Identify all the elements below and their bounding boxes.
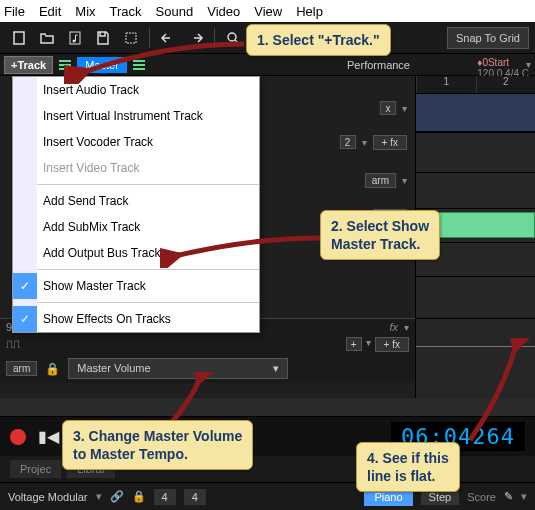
new-icon[interactable] [6,25,32,51]
track-menu-icon[interactable] [59,60,71,70]
menu-insert-vi[interactable]: Insert Virtual Instrument Track [13,103,259,129]
lock-icon[interactable]: 🔒 [45,362,60,376]
menu-add-output-bus[interactable]: Add Output Bus Track [13,240,259,266]
pencil-icon[interactable]: ✎ [504,490,513,503]
master-arm-button[interactable]: arm [6,361,37,376]
add-track-menu: Insert Audio Track Insert Virtual Instru… [12,76,260,333]
menu-insert-video: Insert Video Track [13,155,259,181]
audio-clip[interactable] [436,212,535,238]
module-name: Voltage Modular [8,491,88,503]
redo-icon[interactable] [183,25,209,51]
menu-help[interactable]: Help [296,4,323,19]
master-fx-label[interactable]: fx [389,321,398,333]
menu-add-submix[interactable]: Add SubMix Track [13,214,259,240]
check-icon: ✓ [13,306,37,332]
lock-icon[interactable]: 🔒 [132,490,146,503]
timeline-ruler[interactable]: 1 2 [416,76,535,94]
score-view-button[interactable]: Score [467,491,496,503]
svg-rect-0 [14,32,24,44]
add-track-button[interactable]: +Track [4,56,53,74]
small-num-button[interactable]: 2 [340,135,356,149]
menu-video[interactable]: Video [207,4,240,19]
small-x-button[interactable]: x [380,101,396,115]
add-fx-button[interactable]: + fx [375,337,409,352]
menu-add-send[interactable]: Add Send Track [13,188,259,214]
record-button[interactable] [10,429,26,445]
menu-file[interactable]: File [4,4,25,19]
svg-point-4 [228,33,236,41]
status-num1[interactable]: 4 [154,489,176,505]
menu-track[interactable]: Track [110,4,142,19]
link-icon[interactable]: 🔗 [110,490,124,503]
menu-show-effects-on-tracks[interactable]: ✓Show Effects On Tracks [13,306,259,332]
menu-mix[interactable]: Mix [75,4,95,19]
fader-icon[interactable]: ⎍⎍ [6,337,20,352]
menu-bar: File Edit Mix Track Sound Video View Hel… [0,0,535,22]
plus-button[interactable]: + [346,337,362,351]
menu-insert-vocoder[interactable]: Insert Vocoder Track [13,129,259,155]
menu-edit[interactable]: Edit [39,4,61,19]
master-menu-icon[interactable] [133,60,145,70]
menu-sound[interactable]: Sound [156,4,194,19]
menu-view[interactable]: View [254,4,282,19]
undo-icon[interactable] [155,25,181,51]
master-volume-select[interactable]: Master Volume▾ [68,358,288,379]
check-icon: ✓ [13,273,37,299]
callout-4: 4. See if thisline is flat. [356,442,460,492]
menu-insert-audio[interactable]: Insert Audio Track [13,77,259,103]
callout-3: 3. Change Master Volumeto Master Tempo. [62,420,253,470]
arm-button[interactable]: arm [365,173,396,188]
music-file-icon[interactable] [62,25,88,51]
master-button[interactable]: Master [77,57,127,73]
open-icon[interactable] [34,25,60,51]
snap-to-grid-button[interactable]: Snap To Grid [447,27,529,49]
track-header-bar: +Track Master Performance ▾ ♦0Start 120.… [0,54,535,76]
callout-2: 2. Select ShowMaster Track. [320,210,440,260]
tab-project[interactable]: Projec [10,460,61,478]
menu-show-master-track[interactable]: ✓Show Master Track [13,273,259,299]
save-icon[interactable] [90,25,116,51]
rewind-button[interactable]: ▮◀ [38,427,59,446]
selection-icon[interactable] [118,25,144,51]
chevron-down-icon[interactable]: ▾ [402,103,407,114]
performance-label[interactable]: Performance [347,59,410,71]
status-num2[interactable]: 4 [184,489,206,505]
add-fx-button[interactable]: + fx [373,135,407,150]
callout-1: 1. Select "+Track." [246,24,391,56]
workspace: Insert Audio Track Insert Virtual Instru… [0,76,535,398]
search-icon[interactable] [220,25,246,51]
svg-rect-3 [126,33,136,43]
